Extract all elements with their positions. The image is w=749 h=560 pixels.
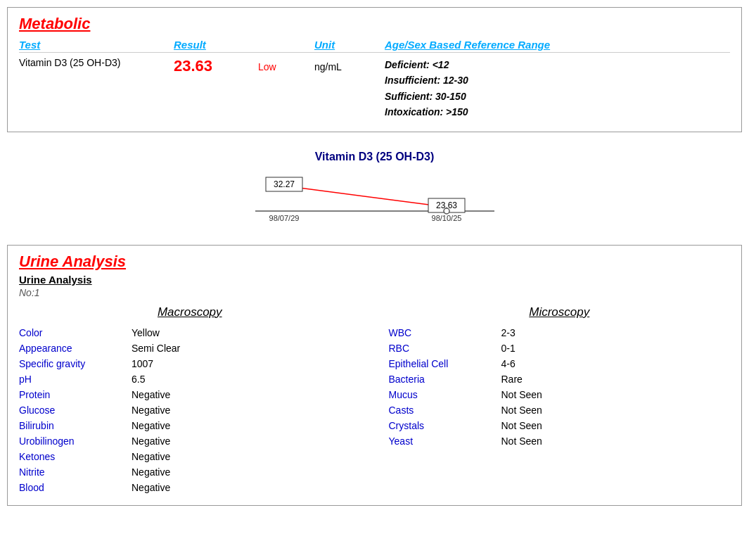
chart-svg: 32.27 98/07/29 23.63 98/10/25 [227,170,523,227]
svg-text:98/07/29: 98/07/29 [269,214,299,222]
urine-value: 4-6 [501,358,516,369]
urine-value: Negative [132,405,170,416]
urine-value: Negative [132,451,170,462]
urine-subtitle: Urine Analysis [19,274,730,286]
urine-label: Crystals [389,420,501,431]
urine-row: Blood Negative [19,480,361,495]
urine-value: Negative [132,435,170,447]
ref-line-1: Deficient: <12 [385,57,730,72]
urine-value: 2-3 [501,327,516,338]
chart-title: Vitamin D3 (25 OH-D3) [21,151,728,163]
svg-text:98/10/25: 98/10/25 [431,214,461,222]
urine-row: Ketones Negative [19,449,361,464]
urine-row: Nitrite Negative [19,464,361,480]
urine-title: Urine Analysis [19,253,730,271]
urine-row: pH 6.5 [19,371,361,387]
macroscopy-col: Macroscopy Color Yellow Appearance Semi … [19,305,375,495]
urine-row: Color Yellow [19,325,361,341]
urine-label: Protein [19,389,132,400]
urine-value: Not Seen [501,405,542,416]
urine-row: Appearance Semi Clear [19,341,361,356]
urine-value: Negative [132,389,170,400]
urine-value: Negative [132,482,170,493]
header-test: Test [19,39,174,51]
urine-row: Mucus Not Seen [389,387,731,402]
urine-value: 0-1 [501,343,516,354]
svg-point-7 [444,208,449,214]
urine-label: WBC [389,327,501,338]
unit-value: ng/mL [314,57,385,72]
urine-content: Macroscopy Color Yellow Appearance Semi … [19,305,730,495]
urine-row: Yeast Not Seen [389,433,731,449]
header-result: Result [174,39,258,51]
microscopy-heading: Microscopy [389,305,731,319]
urine-value: Not Seen [501,420,542,431]
macroscopy-heading: Macroscopy [19,305,361,319]
urine-value: 1007 [132,358,153,369]
urine-label: Casts [389,405,501,416]
urine-row: Bacteria Rare [389,371,731,387]
chart-section: Vitamin D3 (25 OH-D3) 32.27 98/07/29 23.… [7,144,742,234]
ref-text: Deficient: <12Insufficient: 12-30Suffici… [385,57,730,120]
ref-line-4: Intoxication: >150 [385,104,730,120]
urine-row: Bilirubin Negative [19,418,361,433]
urine-value: Not Seen [501,435,542,447]
urine-label: Yeast [389,435,501,447]
result-value: 23.63 [174,57,258,75]
svg-line-1 [283,186,445,207]
urine-value: Negative [132,420,170,431]
urine-label: Nitrite [19,466,132,478]
urine-row: Casts Not Seen [389,402,731,418]
urine-row: WBC 2-3 [389,325,731,341]
urine-label: Bacteria [389,374,501,385]
urine-label: Bilirubin [19,420,132,431]
header-unit: Unit [314,39,385,51]
ref-line-2: Insufficient: 12-30 [385,72,730,88]
ref-line-3: Sufficient: 30-150 [385,89,730,104]
urine-value: Yellow [132,327,160,338]
urine-label: Specific gravity [19,358,132,369]
urine-label: Glucose [19,405,132,416]
urine-row: Protein Negative [19,387,361,402]
urine-row: Glucose Negative [19,402,361,418]
flag-value: Low [258,57,314,72]
urine-section: Urine Analysis Urine Analysis No:1 Macro… [7,245,742,506]
urine-label: Mucus [389,389,501,400]
metabolic-data-row: Vitamin D3 (25 OH-D3) 23.63 Low ng/mL De… [19,56,730,122]
urine-label: Epithelial Cell [389,358,501,369]
urine-label: Blood [19,482,132,493]
urine-value: Not Seen [501,389,542,400]
metabolic-section: Metabolic Test Result Unit Age/Sex Based… [7,7,742,132]
urine-value: Semi Clear [132,343,180,354]
test-name: Vitamin D3 (25 OH-D3) [19,57,174,68]
urine-row: Epithelial Cell 4-6 [389,356,731,371]
urine-value: 6.5 [132,374,145,385]
header-ref: Age/Sex Based Reference Range [385,39,730,51]
urine-label: pH [19,374,132,385]
urine-value: Rare [501,374,523,385]
microscopy-rows: WBC 2-3 RBC 0-1 Epithelial Cell 4-6 Bact… [389,325,731,449]
urine-row: Crystals Not Seen [389,418,731,433]
metabolic-header-row: Test Result Unit Age/Sex Based Reference… [19,37,730,53]
svg-text:32.27: 32.27 [273,179,294,189]
urine-row: RBC 0-1 [389,341,731,356]
urine-label: Urobilinogen [19,435,132,447]
urine-label: Color [19,327,132,338]
urine-label: Appearance [19,343,132,354]
urine-label: RBC [389,343,501,354]
urine-label: Ketones [19,451,132,462]
urine-no: No:1 [19,287,730,298]
metabolic-title: Metabolic [19,15,730,33]
urine-value: Negative [132,466,170,478]
urine-row: Specific gravity 1007 [19,356,361,371]
microscopy-col: Microscopy WBC 2-3 RBC 0-1 Epithelial Ce… [375,305,731,495]
macroscopy-rows: Color Yellow Appearance Semi Clear Speci… [19,325,361,495]
urine-row: Urobilinogen Negative [19,433,361,449]
